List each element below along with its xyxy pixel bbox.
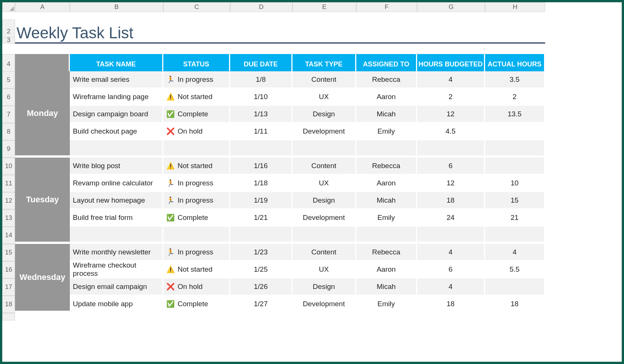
task-type-cell[interactable]: Content [292, 158, 356, 175]
assigned-to-cell[interactable]: Micah [356, 278, 417, 296]
task-name-cell[interactable]: Design email campaign [70, 278, 163, 296]
due-date-cell[interactable]: 1/16 [230, 158, 292, 175]
hours-budgeted-cell[interactable] [417, 227, 485, 244]
task-type-cell[interactable] [292, 140, 356, 158]
actual-hours-cell[interactable]: 18 [485, 296, 545, 313]
actual-hours-cell[interactable] [485, 158, 545, 175]
task-name-cell[interactable]: Write monthly newsletter [70, 244, 163, 261]
assigned-to-cell[interactable]: Rebecca [356, 71, 417, 89]
column-header-F[interactable]: F [356, 2, 417, 12]
due-date-cell[interactable]: 1/10 [230, 89, 292, 106]
hours-budgeted-cell[interactable]: 6 [417, 261, 485, 278]
hours-budgeted-cell[interactable]: 6 [417, 158, 485, 175]
day-label-monday[interactable]: Monday [15, 71, 70, 158]
column-header-E[interactable]: E [292, 2, 356, 12]
status-cell[interactable] [163, 227, 230, 244]
assigned-to-cell[interactable]: Micah [356, 192, 417, 209]
actual-hours-cell[interactable] [485, 278, 545, 296]
task-type-cell[interactable]: Development [292, 209, 356, 227]
assigned-to-cell[interactable] [356, 140, 417, 158]
status-cell[interactable]: 🏃In progress [163, 71, 230, 89]
assigned-to-cell[interactable]: Rebecca [356, 158, 417, 175]
due-date-cell[interactable]: 1/19 [230, 192, 292, 209]
due-date-cell[interactable] [230, 227, 292, 244]
day-label-wednesday[interactable]: Wednesday [15, 244, 70, 313]
hours-budgeted-cell[interactable]: 4 [417, 71, 485, 89]
select-all-corner[interactable] [2, 2, 15, 12]
actual-hours-cell[interactable] [485, 227, 545, 244]
task-name-cell[interactable]: Layout new homepage [70, 192, 163, 209]
status-cell[interactable]: ⚠️Not started [163, 89, 230, 106]
column-header-D[interactable]: D [230, 2, 292, 12]
task-name-cell[interactable]: Wireframe landing page [70, 89, 163, 106]
task-type-cell[interactable]: Content [292, 71, 356, 89]
status-cell[interactable]: ⚠️Not started [163, 158, 230, 175]
actual-hours-cell[interactable]: 15 [485, 192, 545, 209]
column-header-A[interactable]: A [15, 2, 70, 12]
hours-budgeted-cell[interactable]: 4 [417, 244, 485, 261]
status-cell[interactable] [163, 140, 230, 158]
hours-budgeted-cell[interactable]: 12 [417, 175, 485, 192]
actual-hours-cell[interactable]: 4 [485, 244, 545, 261]
task-name-cell[interactable] [70, 140, 163, 158]
actual-hours-cell[interactable]: 13.5 [485, 106, 545, 123]
actual-hours-cell[interactable]: 5.5 [485, 261, 545, 278]
assigned-to-cell[interactable]: Aaron [356, 175, 417, 192]
task-type-cell[interactable]: Development [292, 123, 356, 140]
row-header-11[interactable]: 11 [2, 175, 15, 192]
task-name-cell[interactable] [70, 227, 163, 244]
row-header-12[interactable]: 12 [2, 192, 15, 209]
row-header-14[interactable]: 14 [2, 227, 15, 244]
task-type-cell[interactable]: Content [292, 244, 356, 261]
actual-hours-cell[interactable]: 3.5 [485, 71, 545, 89]
row-header-18[interactable]: 18 [2, 296, 15, 313]
status-cell[interactable]: ❌On hold [163, 278, 230, 296]
actual-hours-cell[interactable]: 10 [485, 175, 545, 192]
due-date-cell[interactable]: 1/23 [230, 244, 292, 261]
column-header-G[interactable]: G [417, 2, 485, 12]
status-cell[interactable]: ✅Complete [163, 296, 230, 313]
assigned-to-cell[interactable]: Emily [356, 296, 417, 313]
task-type-cell[interactable]: UX [292, 175, 356, 192]
assigned-to-cell[interactable]: Aaron [356, 89, 417, 106]
row-header-17[interactable]: 17 [2, 278, 15, 296]
status-cell[interactable]: ❌On hold [163, 123, 230, 140]
task-type-cell[interactable] [292, 227, 356, 244]
assigned-to-cell[interactable]: Micah [356, 106, 417, 123]
task-type-cell[interactable]: Design [292, 106, 356, 123]
due-date-cell[interactable]: 1/21 [230, 209, 292, 227]
task-name-cell[interactable]: Update mobile app [70, 296, 163, 313]
due-date-cell[interactable]: 1/18 [230, 175, 292, 192]
row-header-8[interactable]: 8 [2, 123, 15, 140]
due-date-cell[interactable] [230, 140, 292, 158]
row-header-6[interactable]: 6 [2, 89, 15, 106]
status-cell[interactable]: ⚠️Not started [163, 261, 230, 278]
hours-budgeted-cell[interactable]: 4 [417, 278, 485, 296]
due-date-cell[interactable]: 1/27 [230, 296, 292, 313]
due-date-cell[interactable]: 1/26 [230, 278, 292, 296]
hours-budgeted-cell[interactable]: 12 [417, 106, 485, 123]
day-label-tuesday[interactable]: Tuesday [15, 158, 70, 244]
task-name-cell[interactable]: Write blog post [70, 158, 163, 175]
actual-hours-cell[interactable] [485, 123, 545, 140]
row-header-13[interactable]: 13 [2, 209, 15, 227]
actual-hours-cell[interactable]: 21 [485, 209, 545, 227]
assigned-to-cell[interactable]: Aaron [356, 261, 417, 278]
hours-budgeted-cell[interactable] [417, 140, 485, 158]
task-name-cell[interactable]: Write email series [70, 71, 163, 89]
status-cell[interactable]: 🏃In progress [163, 175, 230, 192]
hours-budgeted-cell[interactable]: 4.5 [417, 123, 485, 140]
task-name-cell[interactable]: Build checkout page [70, 123, 163, 140]
task-type-cell[interactable]: UX [292, 89, 356, 106]
row-header-16[interactable]: 16 [2, 261, 15, 278]
due-date-cell[interactable]: 1/11 [230, 123, 292, 140]
row-header-9[interactable]: 9 [2, 140, 15, 158]
assigned-to-cell[interactable]: Emily [356, 123, 417, 140]
hours-budgeted-cell[interactable]: 18 [417, 192, 485, 209]
row-header-19[interactable] [2, 313, 15, 320]
hours-budgeted-cell[interactable]: 2 [417, 89, 485, 106]
row-header-3[interactable]: 3 [2, 37, 15, 44]
assigned-to-cell[interactable]: Emily [356, 209, 417, 227]
task-name-cell[interactable]: Revamp online calculator [70, 175, 163, 192]
hours-budgeted-cell[interactable]: 18 [417, 296, 485, 313]
